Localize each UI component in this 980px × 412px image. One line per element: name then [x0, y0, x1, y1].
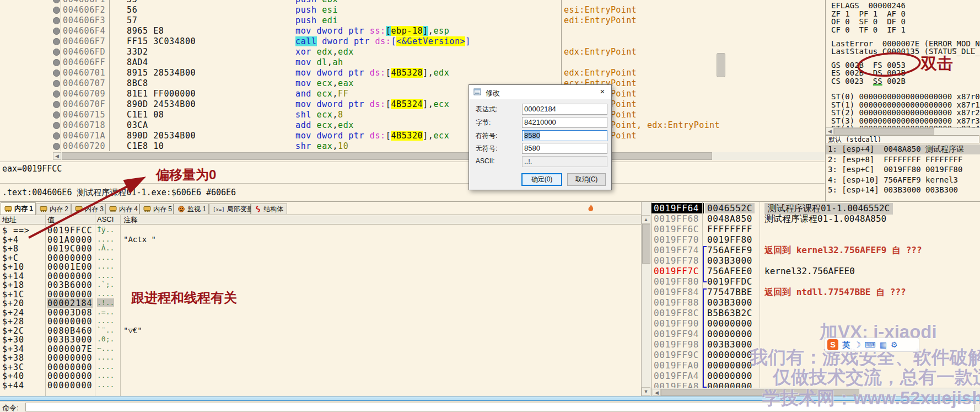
signed-input[interactable]: 8580	[522, 130, 607, 141]
column-header-comment[interactable]: 注释	[123, 215, 138, 225]
seg-row-es-ds[interactable]: ES 002B DS 002B	[831, 68, 906, 77]
dump-row[interactable]: $+2800000000....	[0, 317, 641, 326]
stack-arg-row[interactable]: 5: [esp+14] 003B3000 003B300	[826, 185, 980, 195]
disasm-row[interactable]: 0046070981E1 FF000000and ecx,FFecx:Entry…	[0, 89, 825, 99]
breakpoint-dot[interactable]	[53, 80, 60, 87]
disasm-row[interactable]: 004607018915 28534B00mov dword ptr ds:[4…	[0, 68, 825, 78]
dump-row[interactable]: $+30003B3000.0;.	[0, 335, 641, 344]
ascii-input[interactable]: ..!.	[522, 156, 607, 167]
stack-row[interactable]: 0019FF7C756AFEE0kernel32.756AFEE0	[651, 266, 980, 276]
breakpoint-dot[interactable]	[53, 38, 60, 45]
registers-pane-divider[interactable]	[825, 0, 826, 201]
dump-vscroll-thumb[interactable]	[642, 224, 650, 264]
breakpoint-dot[interactable]	[53, 59, 60, 66]
ime-language-icon[interactable]: 英	[842, 339, 850, 350]
tab-局部变量[interactable]: [x=]局部变量	[209, 204, 251, 214]
tab-内存5[interactable]: 内存 5	[139, 204, 174, 214]
dump-row[interactable]: $+4000000000....	[0, 371, 641, 381]
close-icon[interactable]: ×	[594, 85, 611, 98]
stack-arg-row[interactable]: 2: [esp+8] FFFFFFFF FFFFFFFF	[826, 155, 980, 165]
breakpoint-dot[interactable]	[53, 17, 60, 24]
cancel-button[interactable]: 取消(C)	[567, 173, 606, 186]
disasm-hscroll-thumb[interactable]	[62, 152, 712, 160]
tab-内存1[interactable]: 内存 1	[1, 202, 36, 215]
breakpoint-dot[interactable]	[53, 7, 60, 14]
column-header-address[interactable]: 地址	[2, 215, 17, 225]
breakpoint-dot[interactable]	[53, 69, 60, 77]
stack-hscroll-left-arrow[interactable]: ◀	[653, 389, 661, 396]
stack-arg-row[interactable]: 4: [esp+10] 756AFEF9 kernel3	[826, 175, 980, 185]
breakpoint-dot[interactable]	[53, 90, 60, 98]
breakpoint-dot[interactable]	[53, 143, 60, 150]
stack-row[interactable]: 0019FF88003B3000	[651, 297, 980, 308]
disasm-row[interactable]: 004606FD33D2xor edx,edxedx:EntryPoint	[0, 47, 825, 57]
disasm-row[interactable]: 004606F256push esiesi:EntryPoint	[0, 5, 825, 15]
dump-row[interactable]: $+4400000000....	[0, 381, 641, 390]
disasm-vscroll-thumb[interactable]	[717, 53, 725, 77]
breakpoint-dot[interactable]	[53, 101, 60, 108]
dump-vscroll-down-arrow[interactable]: ▼	[642, 387, 650, 396]
disasm-row[interactable]: 00460720C1E8 10shr eax,10	[0, 141, 825, 152]
dump-row[interactable]: $+1C00000000....	[0, 290, 641, 299]
dump-row[interactable]: $+2400003D08.=..	[0, 308, 641, 317]
breakpoint-dot[interactable]	[53, 0, 60, 3]
disasm-row[interactable]: 004606F155push ebx	[0, 0, 825, 5]
stack-row[interactable]: 0019FF700019FF80	[651, 234, 980, 245]
dump-row[interactable]: $+80019C000.À..	[0, 244, 641, 253]
dialog-title-bar[interactable]: 修改 ×	[469, 85, 611, 99]
ok-button[interactable]: 确定(0)	[521, 173, 562, 186]
stack-row[interactable]: 0019FF8CB5B63B2C	[651, 308, 980, 318]
registers-hscroll-thumb[interactable]	[834, 128, 934, 135]
breakpoint-dot[interactable]	[53, 28, 60, 35]
ime-moon-icon[interactable]: ☽	[854, 339, 861, 350]
ime-settings-icon[interactable]: ⚙	[891, 339, 898, 350]
tab-内存4[interactable]: 内存 4	[105, 204, 139, 214]
dump-row[interactable]: $+340000007E~...	[0, 344, 641, 354]
disasm-row[interactable]: 00460715C1E1 08shl ecx,8ecx:EntryPoint	[0, 110, 825, 120]
stack-row[interactable]: 0019FF680048A850测试程序课程01-1.0048A850	[651, 213, 980, 224]
stack-row[interactable]: 0019FF800019FFDC	[651, 276, 980, 287]
breakpoint-dot[interactable]	[53, 122, 60, 129]
dump-row[interactable]: $+4001A0000...."Actx "	[0, 235, 641, 244]
column-header-value[interactable]: 值	[47, 215, 55, 225]
calling-convention-selector[interactable]: 默认 (stdcall)	[826, 135, 979, 143]
stack-arg-row[interactable]: 1: [esp+4] 0048A850 测试程序课	[826, 145, 980, 154]
ime-keyboard-icon[interactable]: ⌨	[865, 339, 876, 350]
disasm-row[interactable]: 004606F7FF15 3C034800call dword ptr ds:[…	[0, 36, 825, 47]
dump-row[interactable]: $+1400000000....	[0, 271, 641, 281]
dump-row[interactable]: $+1000001E00....	[0, 262, 641, 271]
disasm-row[interactable]: 004606FF8AD4mov dl,ah	[0, 57, 825, 68]
dump-row[interactable]: $+18003B6000.`;.	[0, 280, 641, 290]
dump-vscroll-up-arrow[interactable]: ▲	[642, 215, 650, 224]
seg-row-cs-ss[interactable]: CS 0023 SS 002B	[831, 77, 906, 85]
disasm-row[interactable]: 004606F357push ediedi:EntryPoint	[0, 15, 825, 26]
stack-row[interactable]: 0019FF6CFFFFFFFF	[651, 224, 980, 234]
stack-arg-row[interactable]: 3: [esp+C] 0019FF80 0019FF80	[826, 165, 980, 175]
breakpoint-dot[interactable]	[53, 49, 60, 56]
bytes-input[interactable]: 84210000	[522, 117, 607, 128]
stack-row[interactable]: 0019FF78003B3000	[651, 255, 980, 266]
disasm-row[interactable]: 0046071803CAadd ecx,edxecx:EntryPoint, e…	[0, 120, 825, 131]
disasm-row[interactable]: 0046070F890D 24534B00mov dword ptr ds:[4…	[0, 99, 825, 110]
dump-row[interactable]: $ ==>0019FFCCÌÿ..	[0, 226, 641, 235]
stack-row[interactable]: 0019FF8477547BBE返回到 ntdll.77547BBE 自 ???	[651, 287, 980, 297]
breakpoint-dot[interactable]	[53, 111, 60, 119]
disasm-row[interactable]: 004606F48965 E8mov dword ptr ss:[ebp-18]…	[0, 26, 825, 36]
disasm-hscroll-left-arrow[interactable]: ◀	[53, 152, 61, 160]
breakpoint-dot[interactable]	[53, 132, 60, 140]
dump-row[interactable]: $+2C0080B460`¨.."▽€"	[0, 326, 641, 335]
ime-panel-icon[interactable]: ▦	[880, 339, 887, 350]
stack-row[interactable]: 0019FF74756AFEF9返回到 kernel32.756AFEF9 自 …	[651, 245, 980, 255]
dump-row[interactable]: $+2000002184.!..	[0, 298, 641, 308]
tab-监视1[interactable]: 监视 1	[174, 204, 209, 214]
disasm-row[interactable]: 004607078BC8mov ecx,eaxecx:EntryPoint	[0, 78, 825, 89]
dump-row[interactable]: $+C00000000....	[0, 253, 641, 263]
expression-input[interactable]: 00002184	[522, 104, 607, 115]
unsigned-input[interactable]: 8580	[522, 143, 607, 154]
tab-内存3[interactable]: 内存 3	[71, 204, 105, 214]
ime-toolbar[interactable]: S 英 ☽ ⌨ ▦ ⚙	[825, 338, 919, 352]
column-header-ascii[interactable]: ASCI	[97, 215, 114, 223]
registers-hscroll-left-arrow[interactable]: ◀	[826, 127, 834, 135]
tab-结构体[interactable]: 结构体	[251, 204, 287, 214]
tab-内存2[interactable]: 内存 2	[36, 204, 71, 214]
